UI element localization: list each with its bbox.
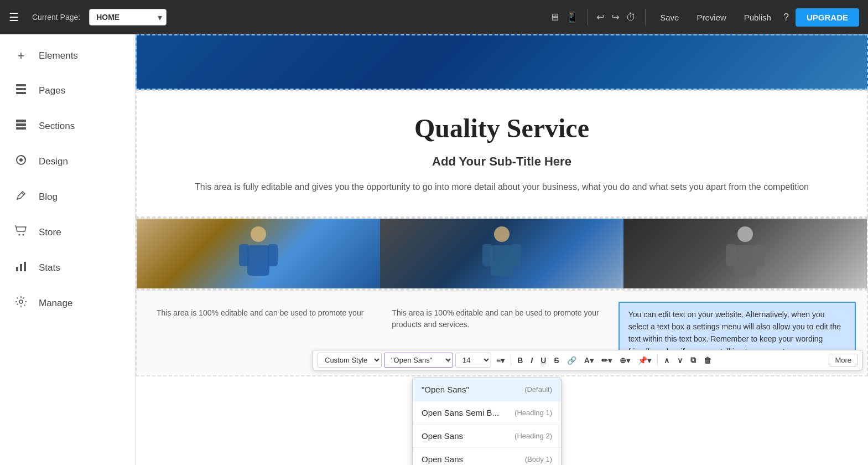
mechanic-image-3[interactable] bbox=[623, 219, 867, 288]
font-option-heading2[interactable]: Open Sans (Heading 2) bbox=[413, 425, 561, 448]
extra-button[interactable]: ⊕▾ bbox=[617, 354, 633, 366]
publish-button[interactable]: Publish bbox=[739, 11, 777, 24]
top-toolbar: ☰ Current Page: HOME 🖥 📱 ↩ ↪ ⏱ Save Prev… bbox=[0, 0, 868, 34]
font-option-heading1-type: (Heading 1) bbox=[514, 409, 552, 417]
font-option-heading1-label: Open Sans Semi B... bbox=[422, 408, 499, 417]
quality-service-section[interactable]: Quality Service Add Your Sub-Title Here … bbox=[136, 90, 868, 218]
underline-button[interactable]: U bbox=[538, 354, 549, 366]
pin-button[interactable]: 📌▾ bbox=[635, 354, 654, 366]
current-page-label: Current Page: bbox=[32, 13, 80, 22]
sidebar-item-label-sections: Sections bbox=[39, 121, 75, 132]
person-figure-2 bbox=[380, 219, 623, 288]
history-icon[interactable]: ⏱ bbox=[626, 12, 636, 23]
sidebar-item-label-store: Store bbox=[39, 227, 61, 238]
sidebar-item-design[interactable]: Design bbox=[0, 144, 135, 179]
sidebar-item-label-design: Design bbox=[39, 156, 68, 167]
hero-section[interactable] bbox=[136, 34, 868, 90]
svg-rect-18 bbox=[239, 244, 249, 266]
svg-point-10 bbox=[23, 234, 24, 236]
sidebar-item-label-stats: Stats bbox=[39, 262, 60, 273]
manage-icon bbox=[13, 296, 29, 311]
sidebar-item-stats[interactable]: Stats bbox=[0, 250, 135, 286]
size-select[interactable]: 14 bbox=[455, 353, 491, 368]
move-up-button[interactable]: ∧ bbox=[661, 354, 672, 366]
main-layout: + Elements Pages Sections Design Blog bbox=[0, 34, 868, 465]
page-dropdown[interactable]: HOME bbox=[89, 9, 167, 25]
delete-button[interactable]: 🗑 bbox=[701, 354, 714, 366]
design-icon bbox=[13, 154, 29, 169]
help-button[interactable]: ? bbox=[783, 12, 789, 23]
svg-rect-21 bbox=[491, 245, 513, 276]
font-dropdown: "Open Sans" (Default) Open Sans Semi B..… bbox=[412, 378, 562, 465]
svg-point-9 bbox=[19, 234, 20, 236]
font-option-default-label: "Open Sans" bbox=[422, 385, 469, 394]
sidebar-item-store[interactable]: Store bbox=[0, 215, 135, 250]
strikethrough-button[interactable]: S bbox=[551, 354, 562, 366]
link-button[interactable]: 🔗 bbox=[564, 354, 579, 366]
svg-rect-1 bbox=[16, 88, 26, 90]
sidebar-item-blog[interactable]: Blog bbox=[0, 179, 135, 215]
sidebar-item-pages[interactable]: Pages bbox=[0, 73, 135, 108]
person-figure-3 bbox=[623, 219, 867, 288]
svg-rect-2 bbox=[16, 92, 26, 94]
sidebar: + Elements Pages Sections Design Blog bbox=[0, 34, 136, 465]
svg-rect-25 bbox=[734, 245, 756, 276]
sidebar-item-label-manage: Manage bbox=[39, 298, 72, 309]
sidebar-item-elements[interactable]: + Elements bbox=[0, 39, 135, 73]
blog-icon bbox=[13, 189, 29, 205]
svg-line-8 bbox=[22, 193, 24, 195]
preview-button[interactable]: Preview bbox=[691, 11, 731, 24]
italic-button[interactable]: I bbox=[528, 354, 536, 366]
svg-rect-14 bbox=[24, 262, 26, 271]
text-color-button[interactable]: A▾ bbox=[581, 354, 596, 366]
pages-icon bbox=[13, 83, 29, 99]
svg-rect-5 bbox=[16, 127, 26, 130]
duplicate-button[interactable]: ⧉ bbox=[688, 354, 699, 366]
sidebar-item-label-pages: Pages bbox=[39, 85, 65, 96]
hero-overlay bbox=[137, 35, 867, 89]
font-option-heading2-label: Open Sans bbox=[422, 431, 463, 441]
svg-rect-4 bbox=[16, 123, 26, 126]
svg-rect-26 bbox=[726, 244, 736, 266]
font-option-heading2-type: (Heading 2) bbox=[514, 432, 552, 440]
text-card-highlight-content: You can edit text on your website. Alter… bbox=[628, 310, 841, 356]
align-button[interactable]: ≡▾ bbox=[493, 354, 507, 366]
bold-button[interactable]: B bbox=[514, 354, 526, 366]
font-select[interactable]: "Open Sans" bbox=[384, 353, 453, 368]
svg-rect-17 bbox=[247, 245, 269, 276]
sidebar-item-label-blog: Blog bbox=[39, 192, 58, 203]
svg-point-24 bbox=[737, 226, 753, 242]
move-down-button[interactable]: ∨ bbox=[674, 354, 685, 366]
upgrade-button[interactable]: UPGRADE bbox=[796, 8, 859, 27]
quality-title: Quality Service bbox=[170, 113, 834, 143]
divider-2 bbox=[645, 9, 646, 25]
style-select[interactable]: Custom Style bbox=[318, 353, 382, 368]
sections-icon bbox=[13, 118, 29, 134]
highlight-color-button[interactable]: ✏▾ bbox=[599, 354, 615, 366]
svg-rect-23 bbox=[511, 244, 521, 266]
sidebar-item-sections[interactable]: Sections bbox=[0, 108, 135, 144]
svg-rect-13 bbox=[20, 264, 22, 271]
mechanic-image-2[interactable] bbox=[380, 219, 623, 288]
menu-icon[interactable]: ☰ bbox=[9, 11, 19, 24]
save-button[interactable]: Save bbox=[654, 11, 684, 24]
mechanic-image-1[interactable] bbox=[137, 219, 380, 288]
font-option-body1[interactable]: Open Sans (Body 1) bbox=[413, 448, 561, 465]
tablet-icon[interactable]: 📱 bbox=[566, 11, 578, 23]
svg-rect-12 bbox=[16, 267, 18, 271]
font-option-heading1[interactable]: Open Sans Semi B... (Heading 1) bbox=[413, 401, 561, 425]
canvas-wrapper: Quality Service Add Your Sub-Title Here … bbox=[136, 34, 868, 465]
sidebar-item-manage[interactable]: Manage bbox=[0, 286, 135, 321]
undo-icon[interactable]: ↩ bbox=[596, 11, 605, 23]
page-dropdown-wrapper: HOME bbox=[89, 9, 167, 25]
font-option-default[interactable]: "Open Sans" (Default) bbox=[413, 378, 561, 401]
more-button[interactable]: More bbox=[829, 354, 857, 366]
svg-line-11 bbox=[15, 225, 16, 227]
store-icon bbox=[13, 225, 29, 240]
redo-icon[interactable]: ↪ bbox=[611, 11, 620, 23]
canvas-area[interactable]: Quality Service Add Your Sub-Title Here … bbox=[136, 34, 868, 465]
svg-rect-0 bbox=[16, 84, 26, 86]
desktop-icon[interactable]: 🖥 bbox=[549, 12, 559, 23]
elements-icon: + bbox=[13, 49, 29, 63]
text-card-1-content: This area is 100% editable and can be us… bbox=[157, 308, 363, 317]
